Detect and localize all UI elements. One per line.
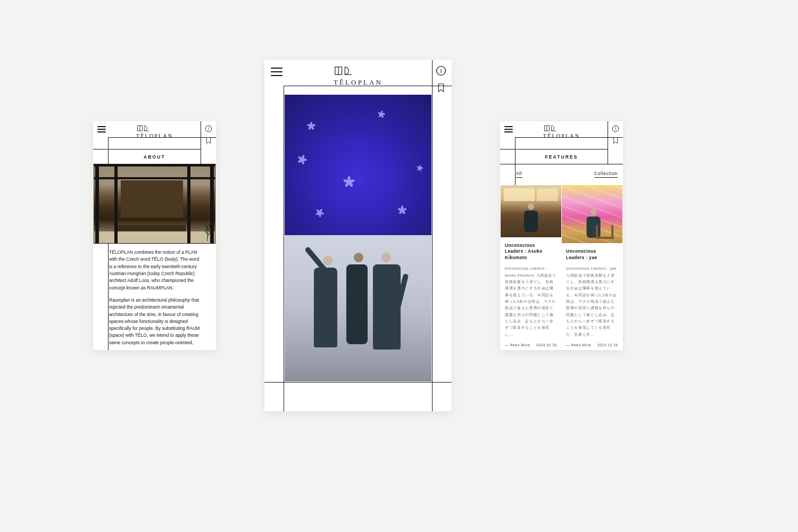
brand-name: TĚLOPLAN bbox=[334, 78, 383, 87]
rule-h2 bbox=[93, 149, 201, 149]
card-thumb bbox=[562, 185, 622, 243]
brand-name: TĚLOPLAN bbox=[543, 133, 580, 139]
rule-right bbox=[608, 121, 608, 164]
brand[interactable]: TĚLOPLAN bbox=[334, 65, 383, 87]
filter-all[interactable]: All bbox=[516, 171, 522, 178]
svg-text:1: 1 bbox=[439, 68, 442, 73]
about-body: TĚLOPLAN combines the notion of a PLAN w… bbox=[109, 249, 200, 350]
rule-left bbox=[515, 137, 516, 185]
section-title: ABOUT bbox=[144, 154, 165, 160]
bookmark-icon[interactable] bbox=[205, 137, 212, 144]
logo-icon bbox=[334, 65, 355, 76]
logo-icon bbox=[136, 124, 151, 132]
center-hero-image bbox=[285, 95, 431, 381]
card-title: Unconscious Leaders：Asuko Kikumoto bbox=[505, 243, 557, 262]
card-date: 2023.12.26 bbox=[597, 343, 618, 347]
about-hero-image bbox=[94, 164, 215, 244]
card-date: 2024.01.30 bbox=[536, 343, 557, 347]
about-p2: Raumplan is an architectural philosophy … bbox=[109, 297, 200, 346]
phone-center: 1 TĚLOPLAN bbox=[264, 60, 452, 411]
cart-count: 1 bbox=[207, 127, 210, 130]
phone-about: 1 TĚLOPLAN ABOUT bbox=[93, 121, 216, 350]
rule-right bbox=[432, 60, 433, 411]
menu-icon[interactable] bbox=[271, 68, 282, 76]
card-title: Unconscious Leaders：yae bbox=[566, 248, 618, 261]
rule-h2 bbox=[264, 382, 452, 383]
section-title: FEATURES bbox=[545, 154, 578, 160]
about-p1: TĚLOPLAN combines the notion of a PLAN w… bbox=[109, 249, 200, 292]
brand[interactable]: TĚLOPLAN bbox=[136, 124, 173, 139]
card-desc: Unconscious Leaders：yae 人間起点で技術革新を上塗りし、自… bbox=[566, 265, 618, 338]
filter-collection[interactable]: Collection bbox=[594, 171, 618, 178]
menu-icon[interactable] bbox=[97, 126, 106, 132]
cart-icon[interactable]: 1 bbox=[205, 125, 212, 132]
logo-icon bbox=[543, 124, 558, 132]
cart-icon[interactable]: 1 bbox=[436, 65, 446, 76]
feature-card[interactable]: Unconscious Leaders：yae Unconscious Lead… bbox=[562, 185, 622, 350]
card-desc: Unconscious Leaders：Asuko Kikumoto 人間起点で… bbox=[505, 265, 557, 338]
cart-icon[interactable]: 1 bbox=[612, 125, 619, 132]
brand-name: TĚLOPLAN bbox=[136, 133, 173, 139]
feature-card[interactable]: Unconscious Leaders：Asuko Kikumoto Uncon… bbox=[501, 185, 561, 350]
bookmark-icon[interactable] bbox=[612, 137, 619, 144]
menu-icon[interactable] bbox=[504, 126, 513, 132]
read-more[interactable]: — Read More bbox=[566, 343, 592, 347]
rule-h2 bbox=[500, 149, 608, 149]
read-more[interactable]: — Read More bbox=[505, 343, 530, 347]
bookmark-icon[interactable] bbox=[437, 82, 445, 93]
feature-cards: Unconscious Leaders：Asuko Kikumoto Uncon… bbox=[501, 185, 622, 350]
phone-features: 1 TĚLOPLAN FEATURES All bbox=[500, 121, 623, 350]
svg-text:1: 1 bbox=[614, 127, 617, 130]
rule-right bbox=[201, 121, 201, 164]
brand[interactable]: TĚLOPLAN bbox=[543, 124, 580, 139]
card-thumb bbox=[501, 185, 561, 237]
rule-left bbox=[284, 86, 284, 411]
rule-h3 bbox=[500, 164, 623, 164]
